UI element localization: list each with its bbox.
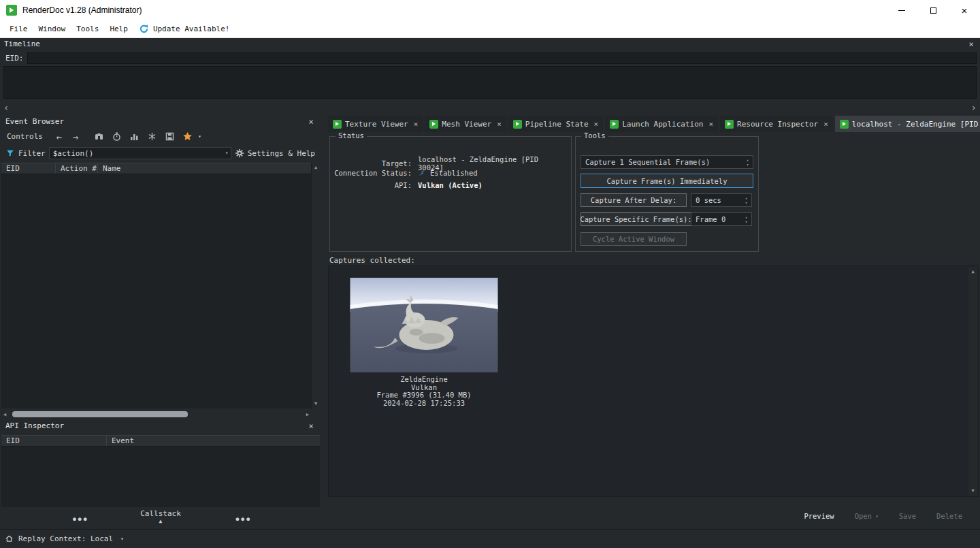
spin-down-icon[interactable]: ▾ [747,163,749,167]
spinner-icons[interactable]: ▴ ▾ [743,156,752,168]
frame-value: Frame 0 [696,215,725,223]
preview-button[interactable]: Preview [804,512,834,520]
column-action[interactable]: Action # [56,163,98,174]
time-actions-button[interactable] [110,130,125,144]
event-browser-list[interactable] [1,174,311,408]
timeline-close-icon[interactable]: × [966,40,976,48]
capture-mode-combo[interactable]: Capture 1 Sequential Frame(s) ▴ ▾ [581,155,753,169]
captures-collected-label: Captures collected: [329,256,415,265]
tab-close-icon[interactable]: × [708,120,713,129]
api-inspector-panel: API Inspector × EID Event Callstack ●●● … [1,420,320,529]
filter-dropdown-icon[interactable]: ▾ [225,150,229,156]
callstack-collapse-icon[interactable]: ▲ [159,518,163,524]
tab-close-icon[interactable]: × [594,120,599,129]
spin-down-icon[interactable]: ▾ [745,220,748,224]
tab-close-icon[interactable]: × [823,120,828,129]
column-event[interactable]: Event [107,436,320,446]
filter-funnel-icon [6,149,15,158]
replay-context-dropdown[interactable]: Replay Context: Local [18,534,113,543]
chevron-down-icon[interactable]: ▾ [120,536,124,542]
capture-specific-frame-button[interactable]: Capture Specific Frame(s): [581,212,691,226]
event-browser-table-header: EID Action # Name [1,163,311,174]
tab-pipeline-state[interactable]: Pipeline State × [508,116,603,132]
scroll-right-icon[interactable]: ▶ [306,412,309,417]
timeline-eid-label: EID: [5,54,24,63]
tab-resource-inspector[interactable]: Resource Inspector × [720,116,833,132]
tab-mesh-viewer[interactable]: Mesh Viewer × [425,116,506,132]
scroll-down-icon[interactable]: ▼ [971,486,974,496]
spin-up-icon[interactable]: ▴ [747,158,749,162]
export-button[interactable] [163,130,178,144]
column-name[interactable]: Name [98,163,311,174]
save-button[interactable]: Save [899,512,916,520]
timeline-eid-strip[interactable] [27,52,977,64]
callstack-dots-right[interactable]: ●●● [236,516,252,522]
delete-button[interactable]: Delete [936,512,962,520]
timeline-canvas[interactable] [3,66,977,99]
capture-entry[interactable]: ZeldaEngine Vulkan Frame #3996 (31.40 MB… [350,278,498,407]
frame-spinbox[interactable]: Frame 0 ▴ ▾ [691,212,752,226]
timeline-header: Timeline × [0,38,980,50]
scroll-up-icon[interactable]: ▲ [314,163,317,172]
hscroll-thumb[interactable] [12,411,188,417]
spinner-icons[interactable]: ▴ ▾ [742,213,751,225]
settings-help-button[interactable]: Settings & Help [235,148,315,158]
event-browser-vscrollbar[interactable]: ▲ ▼ [311,163,320,408]
spin-down-icon[interactable]: ▾ [745,201,748,205]
cycle-active-window-button[interactable]: Cycle Active Window [581,232,687,246]
open-button[interactable]: Open ▾ [855,512,879,520]
filter-input[interactable] [49,147,231,159]
scroll-left-icon[interactable]: ◀ [3,412,6,417]
tab-texture-viewer[interactable]: Texture Viewer × [328,116,423,132]
menu-file[interactable]: File [4,22,33,35]
tab-close-icon[interactable]: × [414,120,419,129]
event-browser-close-icon[interactable]: × [306,118,316,126]
tab-label: Launch Application [622,120,703,129]
forward-arrow-icon[interactable]: → [69,131,82,142]
find-event-button[interactable] [92,130,107,144]
api-inspector-list[interactable] [1,447,320,507]
menu-tools[interactable]: Tools [71,22,104,35]
menu-window[interactable]: Window [33,22,71,35]
api-value: Vulkan (Active) [418,181,483,189]
target-label: Target: [330,159,412,167]
menu-help[interactable]: Help [104,22,133,35]
window-title: RenderDoc v1.28 (Administrator) [22,5,142,15]
close-button[interactable]: × [949,0,980,20]
event-browser-toolbar: Controls ← → [3,128,318,145]
tab-live-capture[interactable]: localhost - ZeldaEngine [PID 30024] × [835,116,980,132]
bookmark-button[interactable] [180,130,195,144]
callstack-dots-left[interactable]: ●●● [73,516,88,522]
tools-group-title: Tools [581,131,608,140]
column-eid[interactable]: EID [1,436,107,446]
api-label: API: [330,181,412,189]
close-icon: × [962,5,968,16]
scroll-left-icon[interactable]: ‹ [3,102,9,113]
spinner-icons[interactable]: ▴ ▾ [742,194,751,206]
connection-status-value: Established [430,169,478,177]
event-browser-hscrollbar[interactable]: ◀ ▶ [1,409,311,419]
statistics-button[interactable] [127,130,142,144]
event-browser-header: Event Browser × [1,116,320,127]
tab-close-icon[interactable]: × [497,120,502,129]
delay-spinbox[interactable]: 0 secs ▴ ▾ [691,193,752,207]
bookmark-dropdown-icon[interactable]: ▾ [198,133,201,140]
scroll-down-icon[interactable]: ▼ [314,399,317,408]
bookmark-icon [182,131,193,142]
update-available-button[interactable]: Update Available! [139,24,230,34]
spin-up-icon[interactable]: ▴ [745,215,748,219]
capture-after-delay-button[interactable]: Capture After Delay: [581,193,687,207]
spin-up-icon[interactable]: ▴ [745,196,748,200]
scroll-right-icon[interactable]: › [971,102,977,113]
capture-immediately-button[interactable]: Capture Frame(s) Immediately [581,174,753,188]
minimize-button[interactable] [886,0,917,20]
column-eid[interactable]: EID [1,163,56,174]
api-inspector-close-icon[interactable]: × [306,422,316,430]
tab-launch-application[interactable]: Launch Application × [605,116,718,132]
freeze-button[interactable] [145,130,160,144]
scroll-up-icon[interactable]: ▲ [971,267,974,276]
maximize-button[interactable] [917,0,949,20]
back-arrow-icon[interactable]: ← [52,131,66,142]
captures-vscrollbar[interactable]: ▲ ▼ [968,267,977,496]
controls-button[interactable]: Controls [7,132,43,141]
